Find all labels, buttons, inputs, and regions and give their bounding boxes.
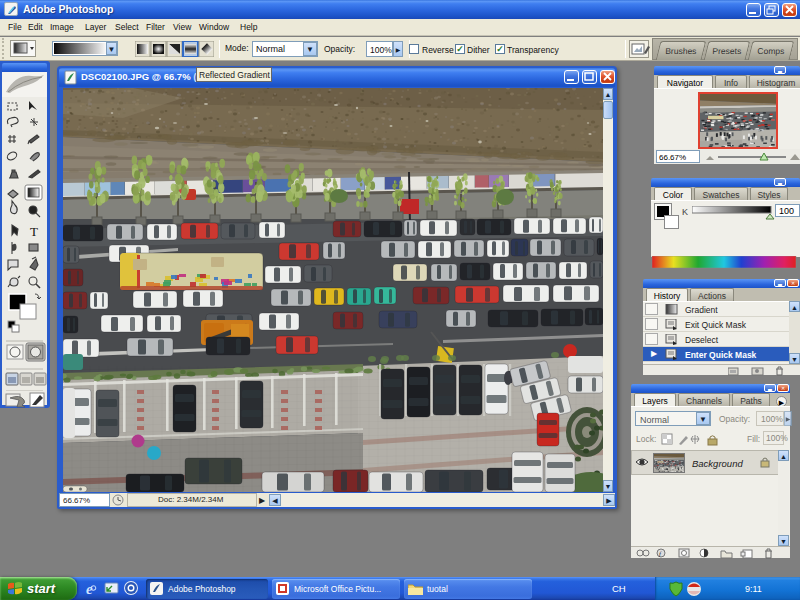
svg-text:T: T <box>30 224 38 239</box>
